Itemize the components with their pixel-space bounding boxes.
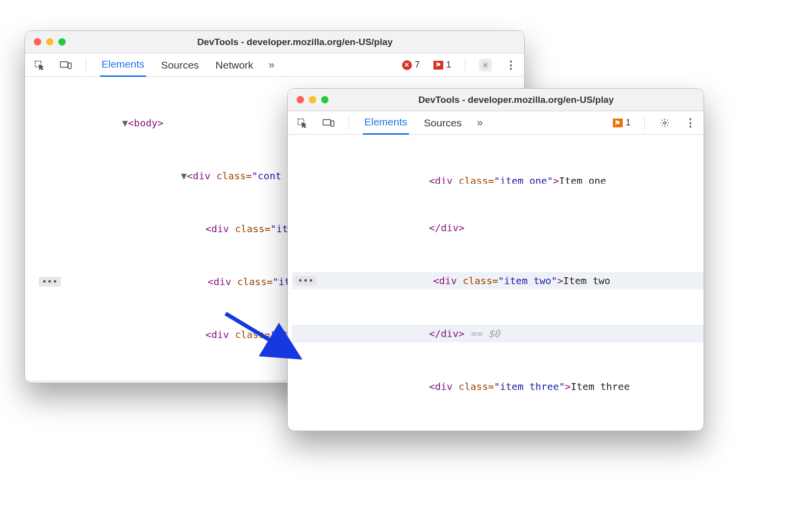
warning-count-value: 1	[626, 118, 631, 128]
dom-close-tag: </div>	[429, 328, 464, 339]
zoom-icon[interactable]	[58, 38, 66, 46]
devtools-window-2: DevTools - developer.mozilla.org/en-US/p…	[287, 88, 704, 431]
svg-rect-5	[323, 120, 330, 125]
settings-icon[interactable]	[658, 117, 671, 129]
dom-tree[interactable]: <div class="item one">Item one </div> ••…	[288, 135, 704, 431]
titlebar: DevTools - developer.mozilla.org/en-US/p…	[25, 31, 524, 53]
devtools-toolbar: Elements Sources Network » ✕7 ⚑1 ⋮	[25, 53, 524, 77]
tab-sources[interactable]: Sources	[160, 53, 201, 77]
window-title: DevTools - developer.mozilla.org/en-US/p…	[75, 37, 515, 48]
titlebar: DevTools - developer.mozilla.org/en-US/p…	[288, 89, 704, 111]
tab-elements[interactable]: Elements	[363, 111, 409, 135]
tab-sources[interactable]: Sources	[423, 111, 463, 135]
traffic-lights[interactable]	[297, 96, 329, 103]
warning-count[interactable]: ⚑1	[433, 60, 451, 70]
svg-point-7	[664, 121, 666, 124]
tab-elements[interactable]: Elements	[100, 53, 146, 77]
collapsed-icon[interactable]: •••	[295, 276, 317, 286]
svg-rect-2	[68, 63, 71, 68]
zoom-icon[interactable]	[321, 96, 329, 103]
selected-marker: == $0	[464, 328, 500, 339]
warning-count[interactable]: ⚑1	[613, 118, 631, 128]
error-count-value: 7	[415, 60, 420, 70]
warning-count-value: 1	[446, 60, 451, 70]
tab-network[interactable]: Network	[214, 53, 255, 77]
inspect-icon[interactable]	[296, 117, 308, 129]
menu-icon[interactable]: ⋮	[506, 59, 516, 72]
close-icon[interactable]	[34, 38, 41, 46]
dom-close-tag: </div>	[429, 222, 464, 234]
svg-rect-6	[331, 121, 334, 126]
collapsed-icon[interactable]: •••	[39, 277, 61, 287]
minimize-icon[interactable]	[309, 96, 316, 103]
device-toggle-icon[interactable]	[59, 59, 72, 72]
device-toggle-icon[interactable]	[322, 117, 335, 129]
settings-icon[interactable]	[479, 59, 492, 72]
svg-point-3	[484, 64, 486, 66]
close-icon[interactable]	[297, 96, 304, 103]
svg-rect-1	[60, 62, 68, 67]
window-title: DevTools - developer.mozilla.org/en-US/p…	[337, 95, 695, 105]
inspect-icon[interactable]	[33, 59, 46, 72]
devtools-toolbar: Elements Sources » ⚑1 ⋮	[288, 111, 704, 135]
more-tabs-icon[interactable]: »	[269, 59, 275, 72]
more-tabs-icon[interactable]: »	[477, 117, 483, 129]
error-count[interactable]: ✕7	[402, 60, 420, 70]
minimize-icon[interactable]	[46, 38, 53, 46]
traffic-lights[interactable]	[34, 38, 66, 46]
menu-icon[interactable]: ⋮	[685, 117, 696, 129]
